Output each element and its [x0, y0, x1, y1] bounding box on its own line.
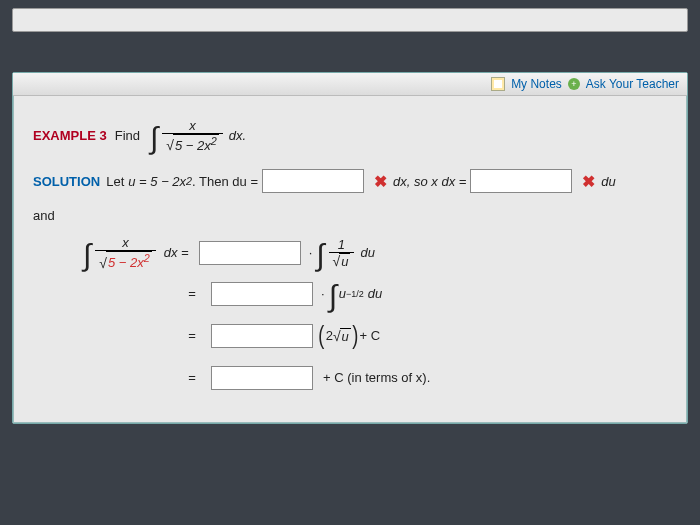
answer-input-3[interactable]: [199, 241, 301, 265]
question-panel: My Notes + Ask Your Teacher EXAMPLE 3 Fi…: [12, 72, 688, 424]
step1-den: u: [329, 252, 355, 269]
eq-2: =: [183, 286, 201, 301]
work-row-2: = · ∫ u−1/2 du: [183, 277, 667, 311]
eq-3: =: [183, 328, 201, 343]
answer-input-4[interactable]: [211, 282, 313, 306]
sqrt-icon-2: 5 − 2x2: [99, 251, 152, 270]
and-row: and: [33, 201, 667, 229]
lhs-num: x: [118, 235, 133, 250]
integral-icon-3: ∫: [316, 238, 324, 272]
step3-2: 2: [326, 328, 333, 343]
wrong-icon-2: ✖: [582, 172, 595, 191]
step2-exp: −1/2: [346, 289, 364, 299]
integrand-fraction: x 5 − 2x2: [162, 118, 223, 153]
exponent: 2: [211, 135, 217, 147]
dx-label: dx.: [229, 128, 246, 143]
eq-4: =: [183, 370, 201, 385]
example-row: EXAMPLE 3 Find ∫ x 5 − 2x2 dx.: [33, 118, 667, 153]
plus-icon: +: [568, 78, 580, 90]
step4-text: + C (in terms of x).: [323, 370, 430, 385]
integral-icon: ∫: [150, 121, 158, 155]
answer-input-2[interactable]: [470, 169, 572, 193]
u-equation: u = 5 − 2x: [128, 174, 186, 189]
dot-2: ·: [321, 286, 325, 301]
answer-input-6[interactable]: [211, 366, 313, 390]
answer-input-5[interactable]: [211, 324, 313, 348]
sqrt-icon-4: u: [333, 328, 351, 344]
radicand: 5 − 2x: [175, 138, 211, 153]
du-tail: du: [601, 174, 615, 189]
solution-label: SOLUTION: [33, 174, 100, 189]
work-row-1: ∫ x 5 − 2x2 dx = · ∫ 1: [83, 235, 667, 270]
numerator: x: [185, 118, 200, 133]
aligned-steps: = · ∫ u−1/2 du = ( 2 u ) + C: [183, 277, 667, 395]
lparen-icon: (: [318, 320, 324, 351]
lhs-radicand: 5 − 2x: [108, 256, 144, 271]
example-label: EXAMPLE 3: [33, 128, 107, 143]
wrong-icon-1: ✖: [374, 172, 387, 191]
solution-row: SOLUTION Let u = 5 − 2x2 . Then du = ✖ d…: [33, 167, 667, 195]
answer-input-1[interactable]: [262, 169, 364, 193]
panel-header: My Notes + Ask Your Teacher: [13, 73, 687, 96]
then-du-text: . Then du =: [192, 174, 258, 189]
step1-u: u: [339, 253, 350, 269]
step1-num: 1: [334, 237, 349, 252]
find-text: Find: [115, 128, 140, 143]
lhs-fraction: x 5 − 2x2: [95, 235, 156, 270]
panel-body: EXAMPLE 3 Find ∫ x 5 − 2x2 dx.: [13, 96, 687, 423]
step1-frac: 1 u: [329, 237, 355, 269]
integral-icon-4: ∫: [329, 279, 337, 313]
dot-1: ·: [309, 245, 313, 260]
integral-icon-2: ∫: [83, 238, 91, 272]
step1-du: du: [360, 245, 374, 260]
step3-u: u: [340, 328, 351, 344]
work-row-3: = ( 2 u ) + C: [183, 319, 667, 353]
top-toolbar: [12, 8, 688, 32]
step3-plus-c: + C: [360, 328, 381, 343]
my-notes-link[interactable]: My Notes: [511, 77, 562, 91]
lhs-exp: 2: [144, 252, 150, 264]
denominator: 5 − 2x2: [162, 133, 223, 153]
step2-u: u: [339, 286, 346, 301]
ask-teacher-link[interactable]: Ask Your Teacher: [586, 77, 679, 91]
dx-so-text: dx, so x dx =: [393, 174, 466, 189]
sqrt-icon-3: u: [333, 253, 351, 269]
dx-eq: dx =: [164, 245, 189, 260]
work-row-4: = + C (in terms of x).: [183, 361, 667, 395]
rparen-icon: ): [352, 320, 358, 351]
lhs-den: 5 − 2x2: [95, 250, 156, 270]
and-text: and: [33, 208, 55, 223]
notes-icon: [491, 77, 505, 91]
let-text: Let: [106, 174, 124, 189]
sqrt-icon: 5 − 2x2: [166, 134, 219, 153]
step2-du: du: [368, 286, 382, 301]
